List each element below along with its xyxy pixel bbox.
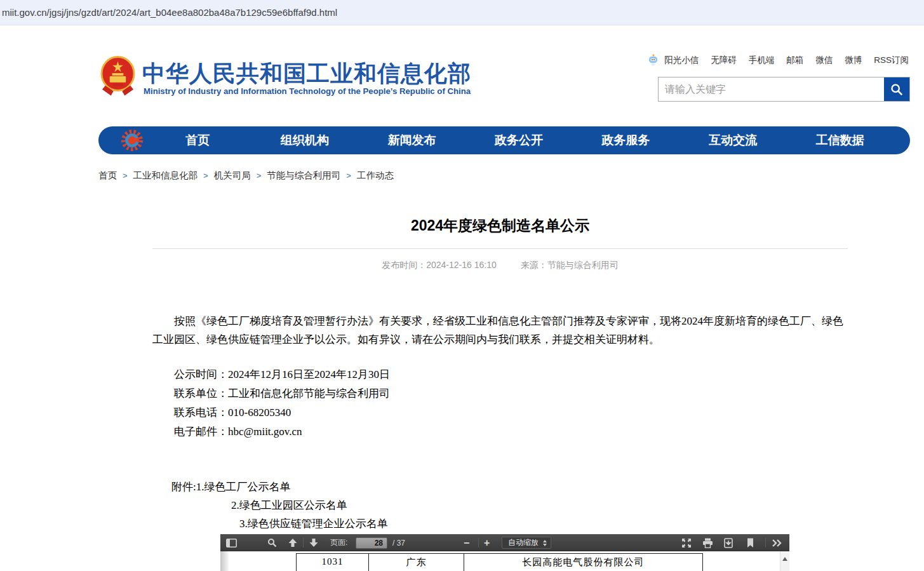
nav-item-interaction[interactable]: 互动交流 <box>680 132 787 149</box>
attachment-green-supply-chain[interactable]: 3.绿色供应链管理企业公示名单 <box>152 514 848 533</box>
detail-contact-phone: 联系电话：010-68205340 <box>152 403 848 422</box>
pdf-table: 1031 广东 长园高能电气股份有限公司 <box>296 553 703 571</box>
pdf-toolbar: 页面: / 37 − + 自动缩放 <box>220 534 789 551</box>
pdf-next-page-button[interactable] <box>309 538 319 547</box>
pdf-download-button[interactable] <box>723 538 733 548</box>
utility-link-mobile[interactable]: 手机端 <box>749 55 775 66</box>
double-chevron-right-icon <box>772 539 783 547</box>
contact-details: 公示时间：2024年12月16日至2024年12月30日 联系单位：工业和信息化… <box>152 365 848 441</box>
pdf-page-label: 页面: <box>330 537 347 548</box>
pdf-previous-page-button[interactable] <box>288 538 298 547</box>
pdf-more-tools-button[interactable] <box>772 539 783 547</box>
download-icon <box>723 538 733 548</box>
main-nav: 首页 组织机构 新闻发布 政务公开 政务服务 互动交流 工信数据 <box>98 126 910 154</box>
breadcrumb-departments[interactable]: 机关司局 <box>214 170 251 182</box>
detail-contact-email: 电子邮件：hbc@miit.gov.cn <box>152 422 848 441</box>
search-input[interactable] <box>659 77 884 101</box>
breadcrumb-work-updates[interactable]: 工作动态 <box>357 170 394 182</box>
breadcrumb-miit[interactable]: 工业和信息化部 <box>133 170 198 182</box>
site-title: 中华人民共和国工业和信息化部 <box>142 58 498 90</box>
breadcrumb: 首页 > 工业和信息化部 > 机关司局 > 节能与综合利用司 > 工作动态 <box>98 170 394 182</box>
pdf-zoom-out-button[interactable]: − <box>464 534 469 551</box>
miit-gear-logo-icon <box>120 128 144 152</box>
publish-time: 发布时间：2024-12-16 16:10 <box>382 260 497 271</box>
pdf-vertical-scrollbar[interactable] <box>780 551 789 571</box>
article-paragraph: 按照《绿色工厂梯度培育及管理暂行办法》有关要求，经省级工业和信息化主管部门推荐及… <box>152 312 848 349</box>
detail-public-period: 公示时间：2024年12月16日至2024年12月30日 <box>152 365 848 384</box>
sidebar-toggle-icon <box>226 539 237 547</box>
search-button[interactable] <box>884 77 909 101</box>
attachments-list: 附件:1.绿色工厂公示名单 2.绿色工业园区公示名单 3.绿色供应链管理企业公示… <box>152 478 848 533</box>
pdf-zoom-value: 自动缩放 <box>508 537 539 548</box>
page-up-icon <box>288 538 298 547</box>
breadcrumb-separator: > <box>346 171 351 180</box>
robot-assistant-icon <box>648 54 659 67</box>
breadcrumb-separator: > <box>123 171 128 180</box>
article-title: 2024年度绿色制造名单公示 <box>152 217 848 234</box>
table-row: 1031 广东 长园高能电气股份有限公司 <box>297 554 703 571</box>
pdf-zoom-in-button[interactable]: + <box>484 534 490 551</box>
breadcrumb-separator: > <box>257 171 262 180</box>
nav-item-organization[interactable]: 组织机构 <box>251 132 359 149</box>
site-subtitle: Ministry of Industry and Information Tec… <box>144 86 499 96</box>
print-icon <box>702 538 713 548</box>
search-bar <box>658 77 910 102</box>
pdf-page-content: 1031 广东 长园高能电气股份有限公司 <box>220 551 789 571</box>
browser-url-bar[interactable]: miit.gov.cn/jgsj/jns/gzdt/art/2024/art_b… <box>0 0 924 25</box>
table-cell-province: 广东 <box>369 554 464 571</box>
title-divider <box>152 248 848 249</box>
pdf-sidebar-toggle-button[interactable] <box>226 539 237 547</box>
utility-link-wechat[interactable]: 微信 <box>815 55 833 66</box>
utility-link-sunshine[interactable]: 阳光小信 <box>664 55 699 66</box>
pdf-page-total: / 37 <box>392 539 405 547</box>
detail-contact-unit: 联系单位：工业和信息化部节能与综合利用司 <box>152 384 848 403</box>
pdf-left-edge-strip <box>220 551 229 571</box>
breadcrumb-home[interactable]: 首页 <box>98 170 117 182</box>
utility-link-weibo[interactable]: 微博 <box>845 55 862 66</box>
utility-link-mailbox[interactable]: 邮箱 <box>786 55 803 66</box>
pdf-find-button[interactable] <box>267 538 277 547</box>
national-emblem-logo <box>100 56 135 97</box>
pdf-zoom-select[interactable]: 自动缩放 <box>502 537 551 549</box>
pdf-viewer: 页面: / 37 − + 自动缩放 <box>220 534 789 571</box>
nav-item-gov-services[interactable]: 政务服务 <box>572 132 680 149</box>
fullscreen-icon <box>681 538 692 548</box>
nav-item-gov-disclosure[interactable]: 政务公开 <box>465 132 573 149</box>
select-arrows-icon <box>543 540 547 546</box>
page-url[interactable]: miit.gov.cn/jgsj/jns/gzdt/art/2024/art_b… <box>0 7 337 18</box>
find-icon <box>267 538 277 547</box>
nav-item-data[interactable]: 工信数据 <box>786 132 894 149</box>
table-cell-serial: 1031 <box>297 554 369 571</box>
utility-link-rss[interactable]: RSS订阅 <box>874 55 909 66</box>
utility-link-accessibility[interactable]: 无障碍 <box>711 55 737 66</box>
table-cell-company: 长园高能电气股份有限公司 <box>464 554 703 571</box>
scroll-up-arrow-icon[interactable] <box>782 557 787 561</box>
breadcrumb-separator: > <box>203 171 208 180</box>
page-down-icon <box>309 538 319 547</box>
pdf-print-button[interactable] <box>702 538 713 548</box>
pdf-bookmark-button[interactable] <box>746 538 754 548</box>
bookmark-icon <box>746 538 754 548</box>
pdf-page-number-input[interactable] <box>356 537 387 549</box>
nav-item-home[interactable]: 首页 <box>144 132 251 149</box>
breadcrumb-energy-dept[interactable]: 节能与综合利用司 <box>267 170 340 182</box>
publish-info: 发布时间：2024-12-16 16:10 来源：节能与综合利用司 <box>152 260 848 271</box>
source: 来源：节能与综合利用司 <box>521 260 619 271</box>
article: 2024年度绿色制造名单公示 发布时间：2024-12-16 16:10 来源：… <box>152 210 848 533</box>
utility-links: 阳光小信 无障碍 手机端 邮箱 微信 微博 RSS订阅 <box>648 54 909 67</box>
search-icon <box>890 83 904 97</box>
attachment-green-industrial-park[interactable]: 2.绿色工业园区公示名单 <box>152 496 848 514</box>
pdf-presentation-mode-button[interactable] <box>681 538 692 548</box>
attachment-green-factory[interactable]: 附件:1.绿色工厂公示名单 <box>152 478 848 496</box>
nav-item-news[interactable]: 新闻发布 <box>358 132 465 149</box>
